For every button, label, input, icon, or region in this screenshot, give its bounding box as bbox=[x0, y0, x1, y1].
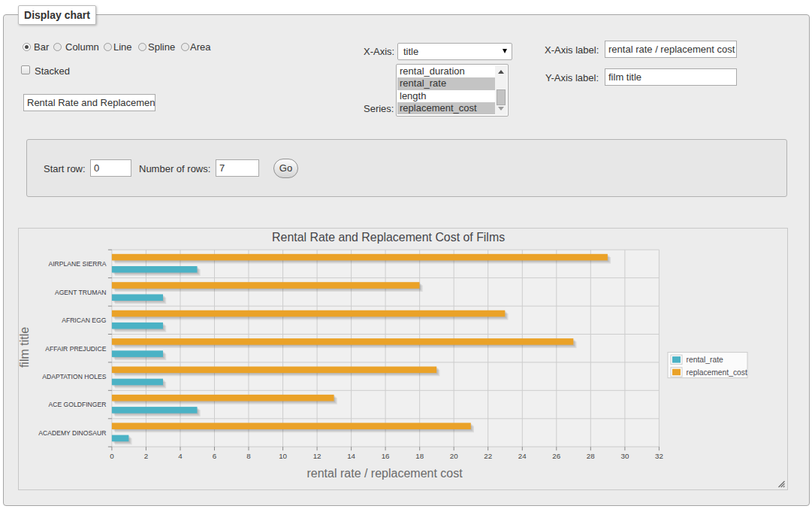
svg-text:ADAPTATION HOLES: ADAPTATION HOLES bbox=[42, 373, 106, 380]
svg-text:2: 2 bbox=[144, 452, 148, 460]
svg-text:24: 24 bbox=[518, 452, 527, 460]
svg-text:28: 28 bbox=[587, 452, 595, 460]
svg-text:6: 6 bbox=[213, 452, 217, 460]
svg-text:22: 22 bbox=[484, 452, 492, 460]
svg-text:18: 18 bbox=[415, 452, 424, 460]
svg-text:30: 30 bbox=[620, 452, 629, 460]
svg-text:12: 12 bbox=[313, 452, 321, 460]
svg-text:20: 20 bbox=[450, 452, 458, 460]
svg-text:AGENT TRUMAN: AGENT TRUMAN bbox=[55, 289, 106, 296]
svg-text:ACE GOLDFINGER: ACE GOLDFINGER bbox=[49, 401, 107, 408]
svg-text:26: 26 bbox=[552, 452, 560, 460]
svg-text:AFRICAN EGG: AFRICAN EGG bbox=[62, 317, 107, 324]
svg-text:32: 32 bbox=[655, 452, 663, 460]
svg-text:10: 10 bbox=[279, 452, 287, 460]
svg-text:0: 0 bbox=[110, 452, 114, 460]
svg-text:film title: film title bbox=[19, 327, 31, 368]
svg-text:4: 4 bbox=[178, 452, 183, 460]
svg-text:8: 8 bbox=[246, 452, 251, 460]
svg-text:replacement_cost: replacement_cost bbox=[687, 368, 747, 377]
svg-text:rental rate / replacement cost: rental rate / replacement cost bbox=[306, 467, 463, 480]
svg-text:rental_rate: rental_rate bbox=[687, 356, 724, 364]
svg-text:16: 16 bbox=[382, 452, 390, 460]
svg-text:14: 14 bbox=[347, 452, 355, 460]
svg-text:AIRPLANE SIERRA: AIRPLANE SIERRA bbox=[49, 260, 107, 268]
svg-text:Rental Rate and Replacement Co: Rental Rate and Replacement Cost of Film… bbox=[272, 231, 505, 244]
svg-text:ACADEMY DINOSAUR: ACADEMY DINOSAUR bbox=[38, 429, 106, 437]
svg-text:AFFAIR PREJUDICE: AFFAIR PREJUDICE bbox=[45, 345, 106, 353]
